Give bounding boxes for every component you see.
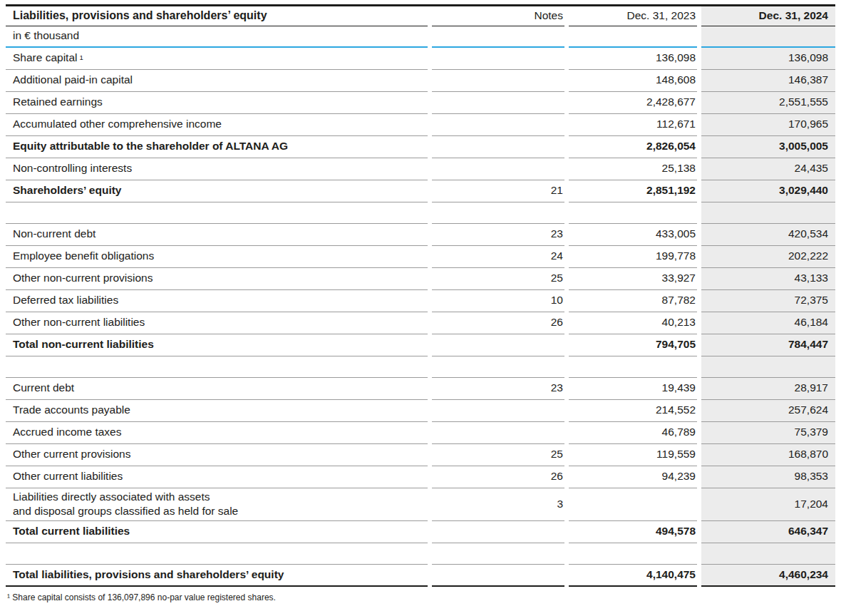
value-2024: 24,435: [701, 158, 835, 180]
table-row: Total liabilities, provisions and shareh…: [6, 565, 835, 587]
column-header-notes: Notes: [432, 6, 564, 26]
value-2024: 43,133: [701, 268, 835, 290]
row-notes: [432, 136, 564, 158]
table-row: Trade accounts payable214,552257,624: [6, 400, 835, 422]
table-row: Other non-current liabilities2640,21346,…: [6, 312, 835, 334]
value-2023: 112,671: [569, 114, 697, 136]
row-label: Total current liabilities: [6, 521, 428, 543]
column-header-2024: Dec. 31, 2024: [701, 6, 835, 26]
row-label: Total liabilities, provisions and shareh…: [6, 565, 428, 587]
spacer-row: [6, 543, 835, 565]
row-label: Current debt: [6, 378, 428, 400]
row-notes: [432, 543, 564, 565]
row-label: Share capital1: [6, 48, 428, 70]
row-notes: 25: [432, 268, 564, 290]
table-row: Total current liabilities494,578646,347: [6, 521, 835, 543]
table-row: Non-current debt23433,005420,534: [6, 224, 835, 246]
row-notes: [432, 422, 564, 444]
balance-sheet-page: Liabilities, provisions and shareholders…: [0, 0, 841, 607]
value-2024: 28,917: [701, 378, 835, 400]
value-2023: 2,851,192: [569, 180, 697, 202]
row-notes: [432, 400, 564, 422]
row-notes: 26: [432, 466, 564, 488]
row-label: Trade accounts payable: [6, 400, 428, 422]
footnote: ¹ Share capital consists of 136,097,896 …: [7, 592, 835, 607]
table-row: Employee benefit obligations24199,778202…: [6, 246, 835, 268]
liabilities-equity-table: Liabilities, provisions and shareholders…: [6, 4, 835, 587]
value-2023: 33,927: [569, 268, 697, 290]
row-label: Accrued income taxes: [6, 422, 428, 444]
value-2023: 214,552: [569, 400, 697, 422]
value-2024: 420,534: [701, 224, 835, 246]
table-title: Liabilities, provisions and shareholders…: [6, 6, 428, 26]
row-notes: 24: [432, 246, 564, 268]
row-notes: [432, 334, 564, 356]
row-notes: [432, 70, 564, 92]
value-2023: 46,789: [569, 422, 697, 444]
value-2023: 119,559: [569, 444, 697, 466]
column-header-2023: Dec. 31, 2023: [569, 6, 697, 26]
value-2023: 2,428,677: [569, 92, 697, 114]
row-label: Liabilities directly associated with ass…: [6, 488, 428, 521]
row-notes: [432, 565, 564, 587]
value-2024: 3,029,440: [701, 180, 835, 202]
table-header-row: Liabilities, provisions and shareholders…: [6, 6, 835, 26]
unit-row-notes-cell: [432, 26, 564, 48]
row-notes: [432, 521, 564, 543]
value-2023: [569, 543, 697, 565]
row-label: Non-controlling interests: [6, 158, 428, 180]
value-2024: 3,005,005: [701, 136, 835, 158]
value-2023: 40,213: [569, 312, 697, 334]
row-notes: 23: [432, 224, 564, 246]
table-row: Non-controlling interests25,13824,435: [6, 158, 835, 180]
row-label: [6, 543, 428, 565]
table-row: Deferred tax liabilities1087,78272,375: [6, 290, 835, 312]
value-2023: [569, 356, 697, 378]
row-notes: [432, 158, 564, 180]
value-2024: 170,965: [701, 114, 835, 136]
value-2024: 17,204: [701, 488, 835, 521]
row-notes: 3: [432, 488, 564, 521]
value-2023: 4,140,475: [569, 565, 697, 587]
row-notes: 25: [432, 444, 564, 466]
row-notes: [432, 202, 564, 224]
table-row: Total non-current liabilities794,705784,…: [6, 334, 835, 356]
spacer-row: [6, 202, 835, 224]
row-notes: 23: [432, 378, 564, 400]
row-label: Employee benefit obligations: [6, 246, 428, 268]
value-2023: 2,826,054: [569, 136, 697, 158]
row-label: Other current liabilities: [6, 466, 428, 488]
value-2023: 199,778: [569, 246, 697, 268]
table-row: Shareholders’ equity212,851,1923,029,440: [6, 180, 835, 202]
row-notes: [432, 48, 564, 70]
value-2023: [569, 202, 697, 224]
value-2023: [569, 488, 697, 521]
table-row: Current debt2319,43928,917: [6, 378, 835, 400]
unit-row-2023-cell: [569, 26, 697, 48]
row-label: Total non-current liabilities: [6, 334, 428, 356]
row-label: Shareholders’ equity: [6, 180, 428, 202]
unit-row: in € thousand: [6, 26, 835, 48]
table-row: Retained earnings2,428,6772,551,555: [6, 92, 835, 114]
value-2024: 168,870: [701, 444, 835, 466]
value-2023: 19,439: [569, 378, 697, 400]
value-2024: 646,347: [701, 521, 835, 543]
row-notes: [432, 356, 564, 378]
row-notes: 10: [432, 290, 564, 312]
row-notes: [432, 92, 564, 114]
table-row: Accrued income taxes46,78975,379: [6, 422, 835, 444]
value-2024: 4,460,234: [701, 565, 835, 587]
value-2024: 75,379: [701, 422, 835, 444]
value-2024: 136,098: [701, 48, 835, 70]
value-2023: 433,005: [569, 224, 697, 246]
value-2023: 494,578: [569, 521, 697, 543]
value-2024: 202,222: [701, 246, 835, 268]
row-notes: [432, 114, 564, 136]
row-label: Accumulated other comprehensive income: [6, 114, 428, 136]
unit-row-2024-cell: [701, 26, 835, 48]
value-2023: 794,705: [569, 334, 697, 356]
value-2023: 87,782: [569, 290, 697, 312]
row-label: Deferred tax liabilities: [6, 290, 428, 312]
row-label: Other current provisions: [6, 444, 428, 466]
value-2023: 94,239: [569, 466, 697, 488]
